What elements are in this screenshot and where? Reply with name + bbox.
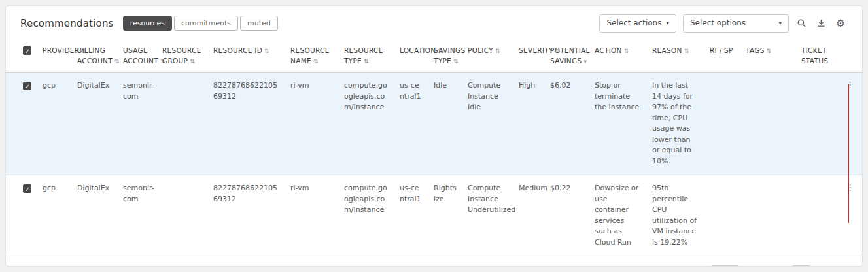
cell-resource-name: ri-vm [285, 175, 339, 256]
tab-muted[interactable]: muted [240, 16, 278, 31]
column-header-tags[interactable]: TAGS⇅ [740, 39, 796, 73]
tab-commitments[interactable]: commitments [174, 16, 238, 31]
column-label: REASON [652, 46, 682, 54]
column-header-potential-savings[interactable]: POTENTIAL SAVINGS▾ [545, 39, 589, 73]
row-checkbox[interactable] [23, 184, 31, 193]
download-icon[interactable] [814, 16, 828, 31]
table-scrollbar[interactable] [848, 84, 849, 223]
column-header-policy[interactable]: POLICY⇅ [462, 39, 513, 73]
column-label: SAVINGS TYPE [434, 46, 465, 65]
column-header-savings-type[interactable]: SAVINGS TYPE⇅ [428, 39, 462, 73]
column-header-menu [841, 39, 862, 73]
cell-reason: 95th percentile CPU utilization of VM in… [647, 175, 704, 256]
cell-location: us-central1 [394, 175, 428, 256]
view-tabs: resources commitments muted [123, 16, 278, 31]
page-title: Recommendations [20, 18, 114, 29]
cell-resource-type: compute.googleapis.com/Instance [339, 175, 394, 256]
cell-resource-name: ri-vm [285, 73, 339, 175]
cell-menu: ⋮ [841, 73, 862, 175]
first-page-button[interactable] [755, 265, 769, 267]
last-page-button[interactable] [833, 265, 848, 267]
chevron-down-icon: ▾ [666, 20, 669, 27]
cell-resource-type: compute.googleapis.com/Instance [339, 73, 394, 175]
cell-action: Downsize or use container services such … [589, 175, 647, 256]
cell-action: Stop or terminate the Instance [589, 73, 647, 175]
next-page-button[interactable] [815, 265, 829, 267]
column-header-ticket-status[interactable]: TICKET STATUS [796, 39, 841, 73]
column-label: RESOURCE NAME [290, 46, 330, 65]
cell-potential-savings: $0.22 [545, 175, 589, 256]
column-header-provider[interactable]: PROVIDER⇅ [37, 39, 72, 73]
cell-provider: gcp [37, 73, 72, 175]
column-label: RI / SP [710, 46, 733, 54]
sort-icon: ⇅ [495, 48, 500, 54]
previous-page-button[interactable] [773, 265, 788, 267]
table-row[interactable]: gcp DigitalEx semonir-com 82278768622105… [6, 175, 862, 256]
row-menu-icon[interactable]: ⋮ [846, 182, 854, 192]
cell-savings-type: Idle [428, 73, 462, 175]
column-header-usage-account[interactable]: USAGE ACCOUNT⇅ [118, 39, 157, 73]
cell-severity: Medium [513, 175, 545, 256]
table-row[interactable]: gcp DigitalEx semonir-com 82278768622105… [6, 73, 862, 175]
sort-icon: ⇅ [264, 48, 269, 54]
column-header-severity[interactable]: SEVERITY⇅ [513, 39, 545, 73]
column-label: SEVERITY [519, 46, 553, 54]
select-all-checkbox[interactable] [23, 46, 31, 55]
sort-icon: ⇅ [684, 48, 689, 54]
cell-tags [740, 175, 796, 256]
column-header-location[interactable]: LOCATION⇅ [394, 39, 428, 73]
sort-desc-icon: ▾ [583, 58, 587, 65]
tab-resources[interactable]: resources [123, 16, 172, 31]
cell-resource-id: 8227876862210569312 [208, 175, 285, 256]
cell-location: us-central1 [394, 73, 428, 175]
column-label: TAGS [746, 46, 765, 54]
select-actions-button[interactable]: Select actions ▾ [599, 14, 676, 33]
cell-select [6, 73, 37, 175]
sort-icon: ⇅ [453, 58, 459, 65]
column-header-resource-name[interactable]: RESOURCE NAME⇅ [285, 39, 339, 73]
cell-usage-account: semonir-com [118, 73, 157, 175]
cell-select [6, 175, 37, 256]
cell-ri-sp [704, 73, 740, 175]
cell-potential-savings: $6.02 [545, 73, 589, 175]
column-label: PROVIDER [43, 46, 79, 54]
cell-menu: ⋮ [841, 175, 862, 256]
cell-reason: In the last 14 days for 97% of the time,… [647, 73, 704, 175]
select-options-dropdown[interactable]: Select options ▾ [683, 14, 789, 33]
current-page-indicator[interactable]: 1 [791, 265, 811, 267]
sort-icon: ⇅ [364, 58, 369, 65]
cell-provider: gcp [37, 175, 72, 256]
rows-per-page-select[interactable]: 10 ▾ [710, 265, 739, 267]
column-header-reason[interactable]: REASON⇅ [647, 39, 704, 73]
toolbar: Recommendations resources commitments mu… [6, 6, 862, 39]
cell-usage-account: semonir-com [118, 175, 157, 256]
cell-severity: High [513, 73, 545, 175]
column-header-resource-id[interactable]: RESOURCE ID⇅ [208, 39, 285, 73]
sort-icon: ⇅ [114, 58, 120, 65]
recommendations-card: Recommendations resources commitments mu… [5, 5, 863, 267]
select-options-label: Select options [690, 18, 746, 29]
column-label: RESOURCE GROUP [162, 46, 201, 65]
cell-billing-account: DigitalEx [72, 73, 118, 175]
column-header-action[interactable]: ACTION⇅ [589, 39, 647, 73]
row-checkbox[interactable] [23, 82, 31, 90]
row-menu-icon[interactable]: ⋮ [846, 80, 854, 90]
sort-icon: ⇅ [313, 58, 319, 65]
cell-resource-group [157, 175, 208, 256]
column-header-resource-group[interactable]: RESOURCE GROUP⇅ [157, 39, 208, 73]
settings-icon[interactable]: ⚙ [833, 16, 848, 31]
sort-icon: ⇅ [624, 48, 629, 54]
cell-ticket-status [796, 73, 841, 175]
column-header-billing-account[interactable]: BILLING ACCOUNT⇅ [72, 39, 118, 73]
cell-policy: Compute Instance Idle [462, 73, 513, 175]
column-header-resource-type[interactable]: RESOURCE TYPE⇅ [339, 39, 394, 73]
search-icon[interactable] [794, 16, 808, 31]
column-header-ri-sp[interactable]: RI / SP [704, 39, 740, 73]
column-label: ACTION [595, 46, 622, 54]
cell-policy: Compute Instance Underutilized [462, 175, 513, 256]
column-label: USAGE ACCOUNT [123, 46, 158, 65]
cell-resource-group [157, 73, 208, 175]
cell-tags [740, 73, 796, 175]
cell-billing-account: DigitalEx [72, 175, 118, 256]
select-all-header-cell [6, 39, 37, 73]
